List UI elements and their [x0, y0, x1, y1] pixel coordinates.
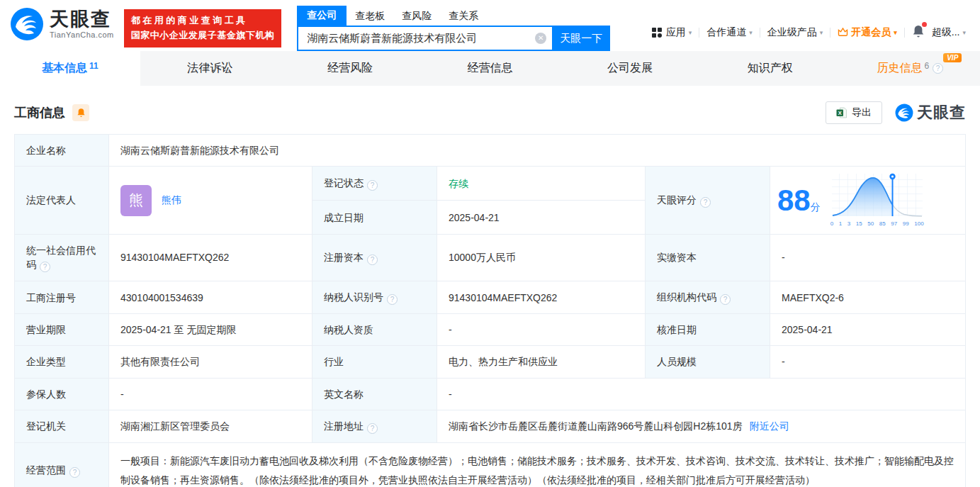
tab-operating-info[interactable]: 经营信息 [420, 51, 561, 86]
company-tabs: 基本信息 11 法律诉讼 经营风险 经营信息 公司发展 知识产权 VIP 历史信… [0, 51, 980, 86]
tianyancha-logo-icon [10, 7, 44, 41]
search-tab-boss[interactable]: 查老板 [347, 7, 393, 26]
help-icon[interactable]: ? [40, 262, 50, 272]
help-icon[interactable]: ? [69, 467, 80, 478]
search-input[interactable] [307, 33, 535, 45]
tab-operating-risk[interactable]: 经营风险 [280, 51, 420, 86]
divider [904, 28, 905, 38]
help-icon[interactable]: ? [720, 294, 731, 305]
subscribe-bell-button[interactable] [72, 104, 89, 121]
paid-capital-value: - [770, 234, 966, 281]
legal-rep-label: 法定代表人 [15, 167, 109, 235]
main-content: 工商信息 X 导出 天眼查 [0, 101, 980, 487]
tab-development-label: 公司发展 [607, 61, 653, 76]
tab-legal-proceedings[interactable]: 法律诉讼 [140, 51, 281, 86]
table-row: 工商注册号 430104001534639 纳税人识别号? 91430104MA… [15, 281, 966, 314]
industry-label: 行业 [312, 346, 437, 378]
tab-basic-info[interactable]: 基本信息 11 [0, 51, 140, 86]
search-tab-relation[interactable]: 查关系 [440, 7, 487, 26]
help-icon[interactable]: ? [367, 254, 378, 265]
taxpayer-quality-value: - [437, 314, 646, 346]
help-icon[interactable]: ? [387, 294, 398, 305]
reg-authority-label: 登记机关 [15, 410, 109, 443]
reg-status-label: 登记状态? [312, 167, 437, 201]
section-header: 工商信息 X 导出 天眼查 [14, 101, 966, 124]
nav-open-vip[interactable]: 开通会员 ▾ [838, 26, 897, 39]
nearby-companies-link[interactable]: 附近公司 [750, 419, 789, 433]
company-name-value: 湖南云储斯蔚普新能源技术有限公司 [109, 135, 966, 167]
help-icon[interactable]: ? [700, 197, 711, 208]
credit-code-label-text: 统一社会信用代码 [26, 245, 96, 270]
reg-address-label-text: 注册地址 [324, 420, 364, 432]
table-row: 营业期限 2025-04-21 至 无固定期限 纳税人资质 - 核准日期 202… [15, 314, 966, 346]
reg-address-label: 注册地址? [312, 410, 437, 443]
score-unit: 分 [811, 201, 821, 213]
logo-title: 天眼查 [50, 9, 114, 30]
help-icon[interactable]: ? [367, 423, 378, 434]
promo-slogan: 都在用的商业查询工具 国家中小企业发展子基金旗下机构 [124, 9, 282, 47]
staff-size-label: 人员规模 [646, 346, 770, 378]
tab-risk-label: 经营风险 [327, 61, 373, 76]
tab-ip-label: 知识产权 [748, 61, 793, 76]
english-name-value: - [437, 378, 966, 410]
legal-rep-link[interactable]: 熊伟 [162, 193, 181, 207]
tab-operating-label: 经营信息 [468, 61, 513, 76]
table-row: 企业名称 湖南云储斯蔚普新能源技术有限公司 [15, 135, 966, 167]
bell-curve-chart [830, 172, 924, 219]
table-row: 登记机关 湖南湘江新区管理委员会 注册地址? 湖南省长沙市岳麓区岳麓街道麓山南路… [15, 410, 966, 443]
tab-history-info[interactable]: VIP 历史信息 6 ? [840, 51, 980, 86]
tab-history-count: 6 [924, 61, 929, 71]
nav-enterprise-products[interactable]: 企业级产品 ▾ [767, 26, 823, 39]
search-area: 查公司 查老板 查风险 查关系 ✕ 天眼一下 [297, 7, 610, 51]
divider [760, 28, 760, 38]
business-term-label: 营业期限 [15, 314, 109, 346]
logo-domain: TianYanCha.com [50, 30, 114, 39]
company-type-value: 其他有限责任公司 [109, 346, 312, 378]
search-button[interactable]: 天眼一下 [552, 26, 610, 51]
search-tab-risk[interactable]: 查风险 [393, 7, 440, 26]
export-button[interactable]: X 导出 [826, 101, 882, 124]
nav-apps-label: 应用 [666, 26, 686, 39]
clear-search-icon[interactable]: ✕ [535, 33, 546, 44]
table-row: 参保人数 - 英文名称 - [15, 378, 966, 410]
search-tab-company[interactable]: 查公司 [297, 6, 347, 26]
reg-status-value: 存续 [437, 167, 646, 201]
tab-intellectual-property[interactable]: 知识产权 [700, 51, 840, 86]
help-icon[interactable]: ? [367, 180, 378, 191]
score-distribution-chart: 0131550859799100 [830, 172, 924, 228]
chevron-down-icon: ▾ [749, 29, 753, 36]
help-icon[interactable]: ? [933, 63, 943, 74]
table-row: 统一社会信用代码? 91430104MAEFTXQ262 注册资本? 10000… [15, 234, 966, 281]
nav-cooperation[interactable]: 合作通道 ▾ [706, 26, 753, 39]
reg-number-value: 430104001534639 [109, 281, 312, 314]
page-title: 工商信息 [14, 104, 65, 121]
reg-number-label: 工商注册号 [15, 281, 109, 314]
tianyancha-logo-icon [895, 103, 913, 122]
watermark-text: 天眼查 [917, 102, 966, 123]
nav-enterprise-label: 企业级产品 [767, 26, 817, 39]
search-input-wrap: ✕ [297, 26, 552, 51]
establish-date-value: 2025-04-21 [437, 201, 646, 234]
score-label-text: 天眼评分 [657, 194, 697, 206]
chevron-down-icon: ▾ [689, 29, 692, 36]
reg-address-value: 湖南省长沙市岳麓区岳麓街道麓山南路966号麓山科创园H2栋101房 [449, 419, 743, 433]
score-label: 天眼评分? [646, 167, 770, 235]
avatar[interactable]: 熊 [120, 185, 152, 216]
org-code-value: MAEFTXQ2-6 [770, 281, 966, 314]
nav-open-vip-label: 开通会员 [851, 26, 891, 39]
notification-bell[interactable] [912, 24, 925, 40]
table-row: 经营范围? 一般项目：新能源汽车废旧动力蓄电池回收及梯次利用（不含危险废物经营）… [15, 443, 966, 487]
approval-date-value: 2025-04-21 [770, 314, 966, 346]
tab-company-development[interactable]: 公司发展 [560, 51, 700, 86]
nav-cooperation-label: 合作通道 [706, 26, 746, 39]
nav-super-vip[interactable]: 超级... ▾ [932, 26, 966, 39]
export-button-label: 导出 [852, 106, 872, 119]
divider [830, 28, 830, 38]
establish-date-label: 成立日期 [312, 201, 437, 234]
nav-apps[interactable]: 应用 ▾ [652, 26, 692, 39]
insured-count-value: - [109, 378, 312, 410]
search-tabs: 查公司 查老板 查风险 查关系 [297, 7, 610, 26]
paid-capital-label: 实缴资本 [646, 234, 770, 281]
english-name-label: 英文名称 [312, 378, 437, 410]
tianyancha-logo[interactable]: 天眼查 TianYanCha.com [10, 7, 114, 41]
